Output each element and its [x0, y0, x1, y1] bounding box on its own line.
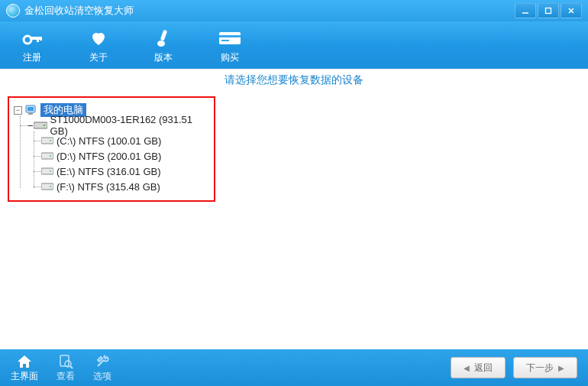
search-doc-icon: [58, 353, 73, 370]
minimize-icon: [522, 7, 529, 15]
maximize-icon: [544, 7, 552, 15]
chevron-right-icon: ▶: [558, 364, 564, 372]
instruction-text: 请选择您想要恢复数据的设备: [0, 69, 588, 92]
back-button[interactable]: ◀ 返回: [451, 357, 506, 378]
footer-view[interactable]: 查看: [57, 353, 75, 383]
svg-rect-12: [221, 40, 229, 41]
footer-bar: 主界面 查看 选项 ◀ 返回 下一步 ▶: [0, 349, 588, 386]
toolbar-about-label: 关于: [89, 51, 108, 64]
drive-icon: [41, 152, 53, 160]
partition-label: (D:\) NTFS (200.01 GB): [57, 151, 161, 162]
svg-point-21: [50, 155, 51, 157]
svg-rect-1: [546, 8, 551, 14]
svg-rect-7: [40, 37, 42, 41]
back-button-label: 返回: [474, 362, 493, 375]
toolbar-buy[interactable]: 购买: [218, 27, 241, 64]
svg-point-23: [50, 170, 51, 172]
svg-rect-11: [219, 35, 241, 37]
toolbar-buy-label: 购买: [221, 51, 239, 64]
toolbar-version[interactable]: 版本: [154, 27, 173, 64]
footer-options-label: 选项: [93, 370, 111, 383]
drive-icon: [41, 137, 53, 144]
maximize-button[interactable]: [538, 3, 559, 18]
app-logo-icon: [6, 4, 20, 18]
partition-label: (E:\) NTFS (316.01 GB): [57, 166, 161, 177]
svg-point-19: [50, 140, 51, 141]
card-icon: [218, 27, 241, 50]
footer-home-label: 主界面: [11, 370, 38, 383]
highlight-box: − 我的电脑 − ST1000DM003-1ER162 (931.51 GB): [8, 96, 215, 202]
next-button-label: 下一步: [526, 362, 554, 375]
footer-home[interactable]: 主界面: [11, 353, 38, 383]
svg-point-17: [43, 125, 45, 127]
svg-rect-8: [160, 29, 167, 41]
brush-icon: [154, 27, 173, 50]
toolbar: 注册 关于 版本 购买: [0, 21, 588, 69]
tools-icon: [95, 353, 110, 370]
toolbar-version-label: 版本: [154, 51, 173, 64]
svg-rect-10: [219, 32, 241, 44]
home-icon: [17, 353, 32, 370]
key-icon: [21, 27, 43, 50]
heart-icon: [89, 27, 108, 50]
svg-rect-18: [41, 138, 53, 144]
app-title: 金松回收站清空恢复大师: [24, 4, 515, 18]
svg-rect-14: [27, 107, 34, 111]
window-controls: [515, 3, 582, 18]
tree-partition[interactable]: (D:\) NTFS (200.01 GB): [41, 148, 208, 164]
tree-disk[interactable]: − ST1000DM003-1ER162 (931.51 GB): [27, 118, 208, 133]
svg-rect-6: [37, 37, 39, 42]
tree-partition[interactable]: (F:\) NTFS (315.48 GB): [41, 179, 208, 194]
drive-icon: [41, 183, 53, 190]
expand-toggle[interactable]: −: [27, 120, 34, 131]
partition-label: (F:\) NTFS (315.48 GB): [57, 181, 160, 193]
svg-point-9: [157, 41, 165, 47]
title-bar: 金松回收站清空恢复大师: [0, 0, 588, 21]
partition-label: (C:\) NTFS (100.01 GB): [57, 135, 161, 147]
tree-partition[interactable]: (E:\) NTFS (316.01 GB): [41, 164, 208, 179]
close-button[interactable]: [561, 3, 582, 18]
content-area: − 我的电脑 − ST1000DM003-1ER162 (931.51 GB): [0, 92, 588, 349]
hdd-icon: [34, 121, 47, 130]
svg-rect-24: [41, 183, 53, 190]
device-tree: − 我的电脑 − ST1000DM003-1ER162 (931.51 GB): [14, 102, 208, 194]
close-icon: [567, 7, 575, 15]
drive-icon: [41, 167, 53, 175]
svg-rect-20: [41, 153, 53, 159]
svg-rect-15: [28, 113, 33, 115]
svg-rect-22: [41, 168, 53, 174]
toolbar-about[interactable]: 关于: [89, 27, 108, 64]
toolbar-register-label: 注册: [23, 51, 41, 64]
next-button[interactable]: 下一步 ▶: [513, 357, 577, 378]
footer-options[interactable]: 选项: [93, 353, 111, 383]
computer-icon: [25, 105, 37, 115]
app-window: 金松回收站清空恢复大师 注册 关于: [0, 0, 588, 386]
expand-toggle[interactable]: −: [14, 106, 22, 115]
footer-view-label: 查看: [57, 370, 75, 383]
chevron-left-icon: ◀: [464, 364, 470, 372]
minimize-button[interactable]: [515, 3, 536, 18]
toolbar-register[interactable]: 注册: [21, 27, 43, 64]
svg-line-28: [70, 366, 73, 368]
tree-partition[interactable]: (C:\) NTFS (100.01 GB): [41, 133, 208, 148]
svg-point-25: [50, 186, 51, 187]
